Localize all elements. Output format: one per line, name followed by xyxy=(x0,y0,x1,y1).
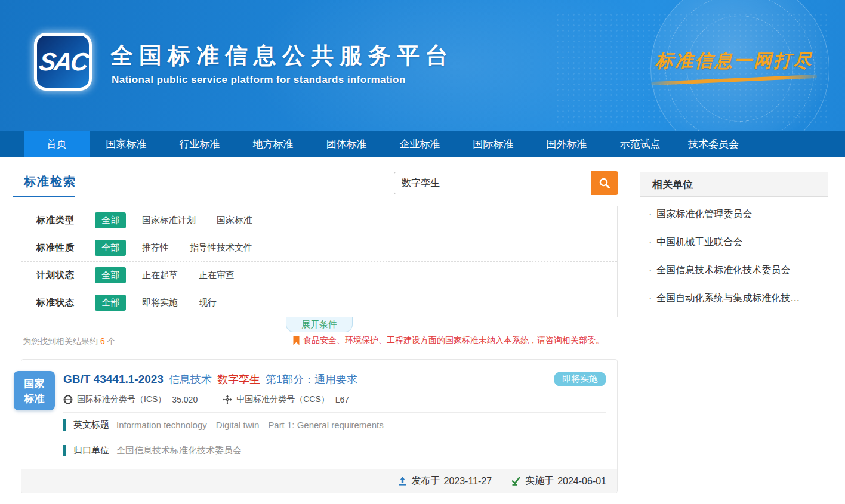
search-input[interactable] xyxy=(394,172,591,194)
bullet-icon: · xyxy=(649,237,652,247)
nav-item-home[interactable]: 首页 xyxy=(24,131,90,157)
system-notice: 食品安全、环境保护、工程建设方面的国家标准未纳入本系统，请咨询相关部委。 xyxy=(293,335,604,346)
nav-item-foreign-standards[interactable]: 国外标准 xyxy=(530,131,603,157)
filter-row-standard-status: 标准状态 全部 即将实施 现行 xyxy=(21,289,617,316)
filter-option[interactable]: 指导性技术文件 xyxy=(190,242,252,253)
expand-conditions-button[interactable]: 展开条件 xyxy=(286,317,353,332)
implemented-date: 2024-06-01 xyxy=(557,476,606,487)
nav-item-local-standards[interactable]: 地方标准 xyxy=(236,131,310,157)
result-summary: 为您找到相关结果约6个 xyxy=(23,336,116,347)
search-icon xyxy=(598,177,611,190)
standard-code: GB/T 43441.1-2023 xyxy=(63,373,164,386)
filter-label: 标准状态 xyxy=(36,297,95,308)
ccs-group: 中国标准分类号（CCS） L67 xyxy=(223,394,349,405)
filter-option[interactable]: 即将实施 xyxy=(142,297,178,308)
nav-item-technical-committees[interactable]: 技术委员会 xyxy=(677,131,750,157)
committee-row: 归口单位 全国信息技术标准化技术委员会 xyxy=(63,445,242,456)
sidebar-item-automation-committee[interactable]: ·全国自动化系统与集成标准化技… xyxy=(640,285,828,313)
filter-all-badge[interactable]: 全部 xyxy=(95,295,126,311)
classification-row: 国际标准分类号（ICS） 35.020 中国标准分类号（CCS） L67 xyxy=(63,394,349,405)
card-divider xyxy=(63,412,606,413)
filter-option[interactable]: 正在起草 xyxy=(142,270,178,281)
bookmark-icon xyxy=(293,336,300,345)
sidebar-item-it-standardization-committee[interactable]: ·全国信息技术标准化技术委员会 xyxy=(640,256,828,285)
filter-option[interactable]: 推荐性 xyxy=(142,242,169,253)
nav-item-international-standards[interactable]: 国际标准 xyxy=(457,131,530,157)
filter-label: 计划状态 xyxy=(36,270,95,281)
sac-logo-text: SAC xyxy=(37,48,88,76)
sidebar-item-label: 国家标准化管理委员会 xyxy=(656,209,752,219)
main-nav: 首页 国家标准 行业标准 地方标准 团体标准 企业标准 国际标准 国外标准 示范… xyxy=(0,131,845,157)
notice-text: 食品安全、环境保护、工程建设方面的国家标准未纳入本系统，请咨询相关部委。 xyxy=(303,335,604,346)
site-title: 全国标准信息公共服务平台 xyxy=(110,41,454,71)
sac-logo-inner: SAC xyxy=(37,36,89,88)
published-date: 2023-11-27 xyxy=(444,476,492,487)
sidebar-item-label: 中国机械工业联合会 xyxy=(656,237,742,247)
related-units-list: ·国家标准化管理委员会 ·中国机械工业联合会 ·全国信息技术标准化技术委员会 ·… xyxy=(640,197,828,319)
filter-all-badge[interactable]: 全部 xyxy=(95,267,126,283)
published-label: 发布于 xyxy=(412,475,440,487)
nav-item-label: 国家标准 xyxy=(106,138,147,150)
sidebar-item-sac-committee[interactable]: ·国家标准化管理委员会 xyxy=(640,200,828,228)
filter-all-badge[interactable]: 全部 xyxy=(95,240,126,256)
nav-item-label: 国外标准 xyxy=(547,138,587,150)
bullet-icon: · xyxy=(649,209,652,219)
committee-label: 归口单位 xyxy=(73,445,109,456)
related-units-panel: 相关单位 ·国家标准化管理委员会 ·中国机械工业联合会 ·全国信息技术标准化技术… xyxy=(640,172,828,319)
content: 标准检索 相关单位 ·国家标准化管理委员会 ·中国机械工业联合会 ·全国信息技术… xyxy=(0,157,845,504)
type-badge-line1: 国家 xyxy=(14,376,55,391)
nav-item-national-standards[interactable]: 国家标准 xyxy=(90,131,163,157)
standard-title-highlight: 数字孪生 xyxy=(217,372,260,386)
filter-row-standard-nature: 标准性质 全部 推荐性 指导性技术文件 xyxy=(21,234,617,261)
nav-item-enterprise-standards[interactable]: 企业标准 xyxy=(383,131,457,157)
committee-value: 全国信息技术标准化技术委员会 xyxy=(116,445,242,456)
page-title-underline xyxy=(13,196,75,197)
nav-item-label: 示范试点 xyxy=(620,138,661,150)
nav-item-label: 首页 xyxy=(47,138,67,150)
search-button[interactable] xyxy=(591,171,618,195)
page: SAC 全国标准信息公共服务平台 National public service… xyxy=(0,0,845,504)
filter-option[interactable]: 现行 xyxy=(199,297,217,308)
nav-item-label: 企业标准 xyxy=(400,138,440,150)
filter-label: 标准类型 xyxy=(36,215,95,226)
filter-option[interactable]: 国家标准 xyxy=(217,215,252,226)
sidebar-item-label: 全国信息技术标准化技术委员会 xyxy=(656,265,790,275)
published-date-group: 发布于 2023-11-27 xyxy=(397,475,492,487)
result-count: 6 xyxy=(100,336,105,346)
nav-item-industry-standards[interactable]: 行业标准 xyxy=(163,131,236,157)
implemented-date-group: 实施于 2024-06-01 xyxy=(511,475,606,487)
teal-bar-decoration xyxy=(63,445,66,456)
globe-icon xyxy=(63,395,73,404)
sidebar-item-machinery-federation[interactable]: ·中国机械工业联合会 xyxy=(640,228,828,256)
result-card: 国家 标准 即将实施 GB/T 43441.1-2023 信息技术 数字孪生 第… xyxy=(21,359,618,493)
filter-option[interactable]: 国家标准计划 xyxy=(142,215,196,226)
nav-item-pilot[interactable]: 示范试点 xyxy=(603,131,677,157)
ccs-label: 中国标准分类号（CCS） xyxy=(236,394,329,405)
site-header: SAC 全国标准信息公共服务平台 National public service… xyxy=(0,0,845,131)
slogan-banner: 标准信息一网打尽 xyxy=(644,49,824,82)
implemented-label: 实施于 xyxy=(525,475,554,487)
compass-icon xyxy=(223,395,232,404)
standard-type-badge[interactable]: 国家 标准 xyxy=(14,371,55,410)
filter-all-badge[interactable]: 全部 xyxy=(95,212,126,228)
ics-value: 35.020 xyxy=(172,395,198,404)
bullet-icon: · xyxy=(649,293,652,303)
bullet-icon: · xyxy=(649,265,652,275)
type-badge-line2: 标准 xyxy=(14,391,55,406)
english-title-row: 英文标题 Information technology—Digital twin… xyxy=(63,419,384,431)
nav-item-group-standards[interactable]: 团体标准 xyxy=(310,131,383,157)
related-units-title: 相关单位 xyxy=(640,172,828,197)
page-title: 标准检索 xyxy=(24,174,76,190)
filter-option[interactable]: 正在审查 xyxy=(199,270,235,281)
standard-title-link[interactable]: GB/T 43441.1-2023 信息技术 数字孪生 第1部分：通用要求 xyxy=(63,372,357,386)
publish-upload-icon xyxy=(397,476,408,486)
sac-logo[interactable]: SAC xyxy=(34,33,92,91)
filter-row-standard-type: 标准类型 全部 国家标准计划 国家标准 xyxy=(21,206,617,234)
site-subtitle: National public service platform for sta… xyxy=(112,74,406,86)
filter-box: 标准类型 全部 国家标准计划 国家标准 标准性质 全部 推荐性 指导性技术文件 … xyxy=(21,206,618,317)
implement-check-icon xyxy=(511,476,521,486)
standard-title-part2: 第1部分：通用要求 xyxy=(266,372,357,386)
sidebar-item-label: 全国自动化系统与集成标准化技… xyxy=(656,293,800,303)
nav-item-label: 国际标准 xyxy=(473,138,514,150)
filter-label: 标准性质 xyxy=(36,242,95,253)
